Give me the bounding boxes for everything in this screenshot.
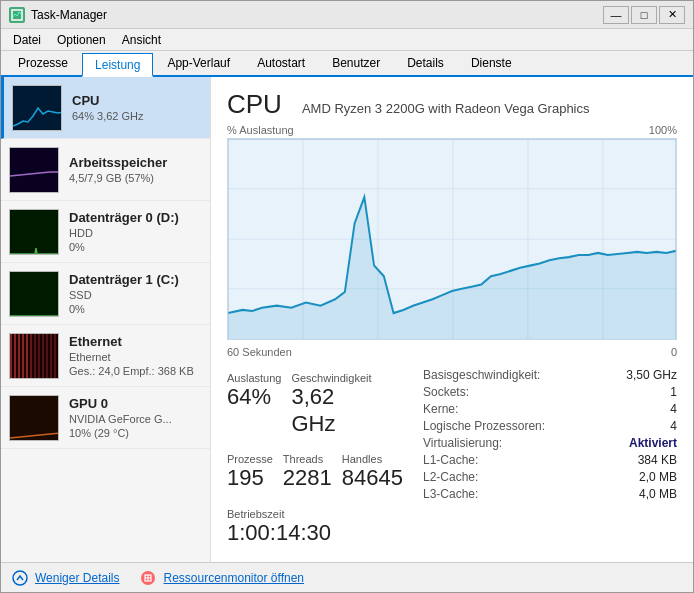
- logische-label: Logische Prozessoren:: [423, 419, 545, 433]
- kerne-value: 4: [670, 402, 677, 416]
- svg-rect-9: [22, 334, 24, 379]
- betriebszeit-label: Betriebszeit: [227, 508, 403, 520]
- menu-optionen[interactable]: Optionen: [49, 31, 114, 49]
- tab-bar: Prozesse Leistung App-Verlauf Autostart …: [1, 51, 693, 77]
- tab-autostart[interactable]: Autostart: [244, 51, 318, 75]
- cpu-chart: [227, 138, 677, 340]
- svg-rect-7: [14, 334, 16, 379]
- maximize-button[interactable]: □: [631, 6, 657, 24]
- sockets-value: 1: [670, 385, 677, 399]
- chart-y-label: % Auslastung: [227, 124, 294, 136]
- svg-rect-4: [10, 272, 59, 317]
- sidebar-item-ethernet[interactable]: Ethernet Ethernet Ges.: 24,0 Empf.: 368 …: [1, 325, 210, 387]
- stats-right: Basisgeschwindigkeit: 3,50 GHz Sockets: …: [423, 368, 677, 550]
- svg-rect-11: [30, 334, 32, 379]
- menu-bar: Datei Optionen Ansicht: [1, 29, 693, 51]
- disk1-sidebar-sub2: 0%: [69, 303, 202, 315]
- ressourcenmonitor-label: Ressourcenmonitor öffnen: [163, 571, 304, 585]
- cpu-sidebar-title: CPU: [72, 93, 202, 108]
- tab-prozesse[interactable]: Prozesse: [5, 51, 81, 75]
- l1-value: 384 KB: [638, 453, 677, 467]
- l2-row: L2-Cache: 2,0 MB: [423, 470, 677, 484]
- disk1-sidebar-title: Datenträger 1 (C:): [69, 272, 202, 287]
- handles-block: Handles 84645: [342, 449, 403, 495]
- l3-row: L3-Cache: 4,0 MB: [423, 487, 677, 501]
- menu-datei[interactable]: Datei: [5, 31, 49, 49]
- disk1-sidebar-info: Datenträger 1 (C:) SSD 0%: [69, 272, 202, 315]
- ressourcenmonitor-button[interactable]: Ressourcenmonitor öffnen: [139, 569, 304, 587]
- ram-sidebar-info: Arbeitsspeicher 4,5/7,9 GB (57%): [69, 155, 202, 184]
- betriebszeit-value: 1:00:14:30: [227, 520, 403, 546]
- basisgeschwindigkeit-value: 3,50 GHz: [626, 368, 677, 382]
- chart-label-bottom: 60 Sekunden 0: [227, 346, 677, 358]
- disk0-thumbnail: [9, 209, 59, 255]
- chart-y-max: 100%: [649, 124, 677, 136]
- window-title: Task-Manager: [31, 8, 603, 22]
- svg-rect-2: [10, 148, 59, 193]
- chart-x-right: 0: [671, 346, 677, 358]
- tab-benutzer[interactable]: Benutzer: [319, 51, 393, 75]
- gpu-sidebar-sub2: 10% (29 °C): [69, 427, 202, 439]
- ressourcen-icon: [139, 569, 157, 587]
- sidebar-item-disk0[interactable]: Datenträger 0 (D:) HDD 0%: [1, 201, 210, 263]
- ram-sidebar-sub: 4,5/7,9 GB (57%): [69, 172, 202, 184]
- menu-ansicht[interactable]: Ansicht: [114, 31, 169, 49]
- threads-label: Threads: [283, 453, 332, 465]
- sidebar-item-ram[interactable]: Arbeitsspeicher 4,5/7,9 GB (57%): [1, 139, 210, 201]
- disk1-thumbnail: [9, 271, 59, 317]
- handles-label: Handles: [342, 453, 403, 465]
- sidebar-item-gpu[interactable]: GPU 0 NVIDIA GeForce G... 10% (29 °C): [1, 387, 210, 449]
- cpu-sidebar-sub: 64% 3,62 GHz: [72, 110, 202, 122]
- virtualisierung-value: Aktiviert: [629, 436, 677, 450]
- weniger-details-label: Weniger Details: [35, 571, 119, 585]
- svg-rect-3: [10, 210, 59, 255]
- stats-left: Auslastung 64% Geschwindigkeit 3,62 GHz …: [227, 368, 403, 550]
- sidebar-item-disk1[interactable]: Datenträger 1 (C:) SSD 0%: [1, 263, 210, 325]
- gpu-sidebar-info: GPU 0 NVIDIA GeForce G... 10% (29 °C): [69, 396, 202, 439]
- virtualisierung-label: Virtualisierung:: [423, 436, 502, 450]
- chart-label-top: % Auslastung 100%: [227, 124, 677, 136]
- close-button[interactable]: ✕: [659, 6, 685, 24]
- kerne-row: Kerne: 4: [423, 402, 677, 416]
- weniger-details-button[interactable]: Weniger Details: [11, 569, 119, 587]
- l2-value: 2,0 MB: [639, 470, 677, 484]
- chevron-up-icon: [11, 569, 29, 587]
- sockets-label: Sockets:: [423, 385, 469, 399]
- svg-rect-13: [38, 334, 40, 379]
- logische-row: Logische Prozessoren: 4: [423, 419, 677, 433]
- tab-appverlauf[interactable]: App-Verlauf: [154, 51, 243, 75]
- basisgeschwindigkeit-row: Basisgeschwindigkeit: 3,50 GHz: [423, 368, 677, 382]
- main-panel: CPU AMD Ryzen 3 2200G with Radeon Vega G…: [211, 77, 693, 562]
- sidebar-item-cpu[interactable]: CPU 64% 3,62 GHz: [1, 77, 210, 139]
- content-area: CPU 64% 3,62 GHz Arbeitsspeicher 4: [1, 77, 693, 562]
- ethernet-sidebar-sub2: Ges.: 24,0 Empf.: 368 KB: [69, 365, 202, 377]
- handles-value: 84645: [342, 465, 403, 491]
- svg-point-30: [13, 571, 27, 585]
- ethernet-thumbnail: [9, 333, 59, 379]
- tab-details[interactable]: Details: [394, 51, 457, 75]
- ethernet-sidebar-sub1: Ethernet: [69, 351, 202, 363]
- cpu-thumbnail: [12, 85, 62, 131]
- auslastung-label: Auslastung: [227, 372, 281, 384]
- gpu-sidebar-title: GPU 0: [69, 396, 202, 411]
- main-header: CPU AMD Ryzen 3 2200G with Radeon Vega G…: [227, 89, 677, 120]
- l3-label: L3-Cache:: [423, 487, 478, 501]
- minimize-button[interactable]: —: [603, 6, 629, 24]
- main-title: CPU: [227, 89, 282, 120]
- ethernet-sidebar-title: Ethernet: [69, 334, 202, 349]
- tab-leistung[interactable]: Leistung: [82, 53, 153, 77]
- chart-x-label: 60 Sekunden: [227, 346, 292, 358]
- l1-label: L1-Cache:: [423, 453, 478, 467]
- l3-value: 4,0 MB: [639, 487, 677, 501]
- svg-rect-17: [54, 334, 56, 379]
- geschwindigkeit-block: Geschwindigkeit 3,62 GHz: [291, 368, 371, 441]
- svg-rect-12: [34, 334, 36, 379]
- gpu-thumbnail: [9, 395, 59, 441]
- tab-dienste[interactable]: Dienste: [458, 51, 525, 75]
- auslastung-value: 64%: [227, 384, 281, 410]
- kerne-label: Kerne:: [423, 402, 458, 416]
- window-controls: — □ ✕: [603, 6, 685, 24]
- ram-thumbnail: [9, 147, 59, 193]
- bottom-bar: Weniger Details Ressourcenmonitor öffnen: [1, 562, 693, 592]
- logische-value: 4: [670, 419, 677, 433]
